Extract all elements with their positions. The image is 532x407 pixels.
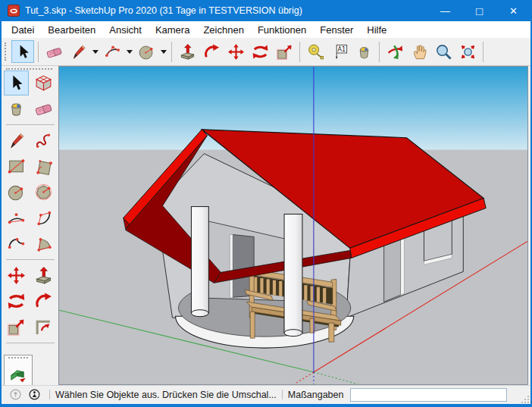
polygon-button[interactable]: [31, 180, 56, 205]
status-message: Wählen Sie Objekte aus. Drücken Sie die …: [55, 390, 277, 400]
tape-measure-button[interactable]: [304, 40, 327, 63]
push-pull-button[interactable]: [176, 40, 199, 63]
toolbar-separator: [171, 42, 172, 62]
eraser-button[interactable]: [31, 96, 56, 121]
menu-item-fenster[interactable]: Fenster: [313, 23, 360, 37]
move-button[interactable]: [224, 40, 247, 63]
push-pull-button[interactable]: [31, 263, 56, 288]
line-dropdown-button[interactable]: [90, 40, 100, 63]
freehand-button[interactable]: [31, 128, 56, 153]
text-icon: A1: [331, 43, 349, 61]
zoom-button[interactable]: [432, 40, 455, 63]
circle-button[interactable]: [4, 180, 29, 205]
push-pull-icon: [179, 43, 196, 61]
zoom-extents-icon: [459, 43, 477, 61]
model-info-icon[interactable]: [28, 388, 41, 401]
freehand-icon: [34, 131, 53, 150]
menu-item-datei[interactable]: Datei: [5, 23, 41, 37]
geolocation-status-icon[interactable]: [9, 388, 22, 401]
status-bar: Wählen Sie Objekte aus. Drücken Sie die …: [2, 385, 530, 403]
eraser-icon: [45, 43, 63, 61]
orbit-icon: [386, 43, 404, 61]
orbit-button[interactable]: [383, 40, 406, 63]
line-button[interactable]: [67, 40, 89, 63]
select-icon: [14, 43, 32, 61]
offset-icon: [34, 318, 53, 337]
rotate-icon: [252, 43, 269, 61]
circle-button[interactable]: [135, 40, 158, 63]
toolbar-separator: [38, 42, 39, 62]
two-point-arc-button[interactable]: [4, 205, 29, 230]
toolbar-separator: [483, 42, 483, 62]
offset-button[interactable]: [31, 315, 56, 340]
push-pull-icon: [34, 266, 53, 285]
paint-bucket-icon: [7, 99, 26, 118]
pie-icon: [34, 234, 53, 253]
pan-button[interactable]: [408, 40, 430, 63]
arc-dropdown-button[interactable]: [124, 40, 134, 63]
text-button[interactable]: A1: [328, 40, 351, 63]
three-point-arc-button[interactable]: [4, 231, 29, 256]
toolbar-separator: [6, 259, 55, 260]
toolbar-drag-handle[interactable]: [8, 357, 28, 360]
arc-button[interactable]: [31, 205, 56, 230]
modeling-viewport[interactable]: [58, 66, 528, 385]
close-button[interactable]: ✕: [496, 0, 530, 21]
arc-icon: [104, 43, 121, 61]
follow-me-icon: [34, 292, 53, 311]
measurements-input[interactable]: [350, 388, 507, 402]
iso-view-button[interactable]: [6, 362, 29, 384]
resize-grip-icon[interactable]: [521, 393, 530, 402]
menu-item-funktionen[interactable]: Funktionen: [251, 23, 313, 37]
three-point-arc-icon: [7, 234, 26, 253]
rotated-rectangle-button[interactable]: [31, 154, 56, 179]
rectangle-button[interactable]: [4, 154, 29, 179]
toolbar-drag-handle[interactable]: [5, 42, 8, 61]
arc-icon: [34, 208, 53, 227]
toolbar-separator: [6, 124, 55, 125]
menu-item-kamera[interactable]: Kamera: [149, 23, 197, 37]
circle-dropdown-button[interactable]: [158, 40, 168, 63]
follow-me-button[interactable]: [31, 289, 56, 314]
large-tool-set: [2, 70, 58, 346]
scale-button[interactable]: [4, 315, 29, 340]
line-button[interactable]: [4, 128, 29, 153]
chevron-down-icon: [127, 50, 133, 57]
menu-item-zeichnen[interactable]: Zeichnen: [196, 23, 250, 37]
viewport-canvas[interactable]: [59, 67, 527, 384]
arc-button[interactable]: [101, 40, 124, 63]
minimize-button[interactable]: —: [428, 0, 462, 21]
rotate-button[interactable]: [4, 289, 29, 314]
make-component-button[interactable]: [31, 70, 56, 95]
menu-item-ansicht[interactable]: Ansicht: [102, 23, 149, 37]
menu-item-hilfe[interactable]: Hilfe: [360, 23, 393, 37]
toolbar-drag-handle[interactable]: [6, 68, 52, 70]
porch-column-right[interactable]: [284, 214, 302, 337]
rotate-button[interactable]: [249, 40, 271, 63]
paint-bucket-button[interactable]: [4, 96, 29, 121]
scale-icon: [276, 43, 293, 61]
move-icon: [227, 43, 245, 61]
maximize-button[interactable]: □: [462, 0, 496, 21]
menu-item-bearbeiten[interactable]: Bearbeiten: [41, 23, 102, 37]
line-icon: [7, 131, 26, 150]
pie-button[interactable]: [31, 231, 56, 256]
circle-icon: [7, 183, 26, 202]
porch-column-left[interactable]: [191, 207, 208, 317]
select-button[interactable]: [4, 70, 29, 95]
select-button[interactable]: [11, 40, 34, 63]
follow-me-icon: [203, 43, 221, 61]
paint-bucket-button[interactable]: [352, 40, 375, 63]
scale-button[interactable]: [273, 40, 296, 63]
select-icon: [7, 74, 26, 92]
sketchup-logo-icon[interactable]: [8, 5, 20, 17]
move-button[interactable]: [4, 263, 29, 288]
circle-icon: [138, 43, 155, 61]
two-point-arc-icon: [7, 208, 26, 227]
title-bar: Tut_3.skp - SketchUp Pro 2020 (31 Tage i…: [2, 0, 530, 21]
zoom-extents-button[interactable]: [456, 40, 479, 63]
move-icon: [7, 266, 26, 285]
rotated-rectangle-icon: [34, 157, 53, 176]
follow-me-button[interactable]: [200, 40, 223, 63]
eraser-button[interactable]: [42, 40, 65, 63]
